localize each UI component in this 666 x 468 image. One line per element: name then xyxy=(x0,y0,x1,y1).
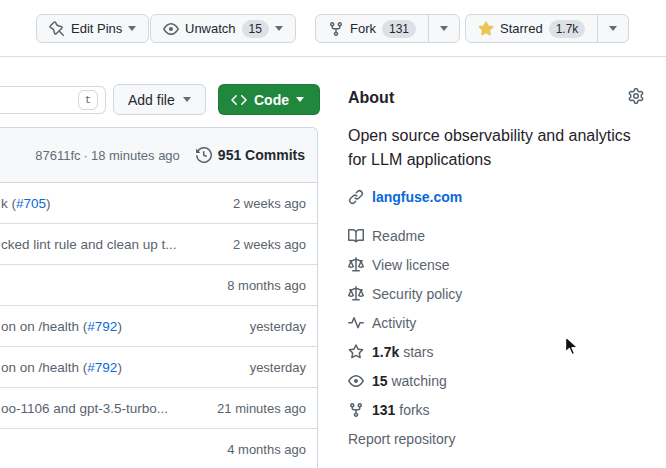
pulse-icon xyxy=(348,315,364,331)
file-row: on on /health (#792) yesterday xyxy=(0,347,317,388)
commit-sha: 87611fc xyxy=(35,148,80,163)
code-label: Code xyxy=(254,92,289,108)
history-icon xyxy=(196,147,212,163)
view-license-link[interactable]: View license xyxy=(348,250,644,279)
commit-date[interactable]: yesterday xyxy=(250,360,306,375)
fork-button-group: Fork 131 xyxy=(315,14,460,43)
readme-link[interactable]: Readme xyxy=(348,221,644,250)
about-title: About xyxy=(348,86,644,110)
caret-down-icon xyxy=(440,26,448,31)
about-sidebar: About Open source observability and anal… xyxy=(348,56,644,453)
code-icon xyxy=(231,92,247,108)
pin-icon xyxy=(49,21,65,37)
security-policy-link[interactable]: Security policy xyxy=(348,279,644,308)
watching-link[interactable]: 15 watching xyxy=(348,366,644,395)
unwatch-button[interactable]: Unwatch 15 xyxy=(150,14,296,43)
pr-link[interactable]: #705 xyxy=(16,196,46,211)
file-row: 4 months ago xyxy=(0,429,317,468)
commit-date[interactable]: 21 minutes ago xyxy=(217,401,306,416)
caret-down-icon xyxy=(275,26,283,31)
website-link[interactable]: langfuse.com xyxy=(372,189,462,205)
fork-dropdown-button[interactable] xyxy=(428,15,459,42)
caret-down-icon xyxy=(609,26,617,31)
star-filled-icon xyxy=(478,21,494,37)
latest-commit-meta[interactable]: 87611fc·18 minutes ago xyxy=(35,148,180,163)
add-file-button[interactable]: Add file xyxy=(113,84,206,115)
fork-button[interactable]: Fork 131 xyxy=(316,15,428,42)
star-icon xyxy=(348,344,364,360)
commits-count-label: 951 Commits xyxy=(218,147,305,163)
file-row: oo-1106 and gpt-3.5-turbo... 21 minutes … xyxy=(0,388,317,429)
report-repository-link[interactable]: Report repository xyxy=(348,424,644,453)
star-dropdown-button[interactable] xyxy=(597,15,628,42)
edit-pins-label: Edit Pins xyxy=(71,21,122,36)
gear-icon[interactable] xyxy=(628,88,644,104)
law-icon xyxy=(348,257,364,273)
keyboard-shortcut-hint: t xyxy=(78,90,98,110)
fork-icon xyxy=(348,402,364,418)
repo-description: Open source observability and analytics … xyxy=(348,124,644,172)
pr-link[interactable]: #792 xyxy=(87,360,117,375)
repo-action-toolbar: Edit Pins Unwatch 15 Fork 131 xyxy=(0,0,666,57)
caret-down-icon xyxy=(296,97,304,102)
commit-date[interactable]: 8 months ago xyxy=(227,278,306,293)
commit-date[interactable]: yesterday xyxy=(250,319,306,334)
file-row: k (#705) 2 weeks ago xyxy=(0,183,317,224)
file-row: cked lint rule and clean up t... 2 weeks… xyxy=(0,224,317,265)
commit-message[interactable]: on on /health (#792) xyxy=(1,360,122,375)
caret-down-icon xyxy=(183,97,191,102)
code-button[interactable]: Code xyxy=(218,84,320,115)
forks-link[interactable]: 131 forks xyxy=(348,395,644,424)
fork-icon xyxy=(328,21,344,37)
fork-count-badge: 131 xyxy=(382,20,416,38)
eye-icon xyxy=(163,21,179,37)
commit-date[interactable]: 2 weeks ago xyxy=(233,196,306,211)
commit-history-link[interactable]: 951 Commits xyxy=(196,147,305,163)
eye-icon xyxy=(348,373,364,389)
starred-button[interactable]: Starred 1.7k xyxy=(466,15,597,42)
star-count-badge: 1.7k xyxy=(549,20,586,38)
add-file-label: Add file xyxy=(128,92,175,108)
starred-label: Starred xyxy=(500,21,543,36)
latest-commit-bar: 87611fc·18 minutes ago 951 Commits xyxy=(0,128,317,183)
fork-label: Fork xyxy=(350,21,376,36)
watch-count-badge: 15 xyxy=(242,20,269,38)
commit-date[interactable]: 4 months ago xyxy=(227,442,306,457)
commit-message[interactable]: oo-1106 and gpt-3.5-turbo... xyxy=(1,401,168,416)
commit-message[interactable]: on on /health (#792) xyxy=(1,319,122,334)
commit-date[interactable]: 2 weeks ago xyxy=(233,237,306,252)
file-browser-table: 87611fc·18 minutes ago 951 Commits k (#7… xyxy=(0,127,318,468)
caret-down-icon xyxy=(128,26,136,31)
website-row: langfuse.com xyxy=(348,189,644,205)
file-row: on on /health (#792) yesterday xyxy=(0,306,317,347)
unwatch-label: Unwatch xyxy=(185,21,236,36)
file-row: 8 months ago xyxy=(0,265,317,306)
stars-link[interactable]: 1.7k stars xyxy=(348,337,644,366)
star-button-group: Starred 1.7k xyxy=(465,14,629,43)
edit-pins-button[interactable]: Edit Pins xyxy=(36,14,149,43)
link-icon xyxy=(348,189,364,205)
about-links: Readme View license Security policy Acti… xyxy=(348,221,644,453)
commit-message[interactable]: k (#705) xyxy=(1,196,51,211)
commit-time: 18 minutes ago xyxy=(91,148,180,163)
github-repo-page: Edit Pins Unwatch 15 Fork 131 xyxy=(0,0,666,468)
pr-link[interactable]: #792 xyxy=(87,319,117,334)
activity-link[interactable]: Activity xyxy=(348,308,644,337)
commit-message[interactable]: cked lint rule and clean up t... xyxy=(1,237,177,252)
law-icon xyxy=(348,286,364,302)
book-icon xyxy=(348,228,364,244)
